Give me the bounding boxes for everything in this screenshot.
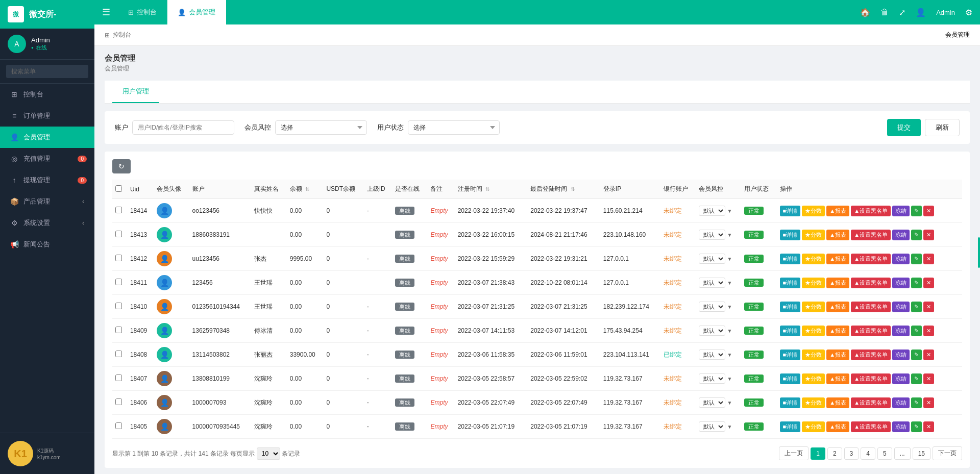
sidebar-item-recharge[interactable]: ◎ 充值管理 0 xyxy=(0,148,94,169)
page-2-button[interactable]: 2 xyxy=(827,447,842,460)
risk-dropdown[interactable]: 默认 xyxy=(699,278,725,288)
prev-page-button[interactable]: 上一页 xyxy=(779,446,808,460)
trash-icon[interactable]: 🗑 xyxy=(880,8,889,17)
risk-select[interactable]: 选择 xyxy=(275,120,367,135)
risk-dropdown[interactable]: 默认 xyxy=(699,326,725,336)
row-checkbox[interactable] xyxy=(115,422,122,429)
edit-button[interactable]: ✎ xyxy=(911,326,922,336)
score-button[interactable]: ★分数 xyxy=(802,302,825,312)
reset-button[interactable]: 刷新 xyxy=(925,119,960,136)
detail-button[interactable]: ■详情 xyxy=(780,302,801,312)
edit-button[interactable]: ✎ xyxy=(911,350,922,360)
risk-dropdown[interactable]: 默认 xyxy=(699,302,725,312)
report-button[interactable]: ▲报表 xyxy=(826,326,849,336)
search-input[interactable] xyxy=(6,65,88,78)
delete-button[interactable]: ✕ xyxy=(923,421,934,432)
score-button[interactable]: ★分数 xyxy=(802,206,825,216)
delete-button[interactable]: ✕ xyxy=(923,326,934,336)
score-button[interactable]: ★分数 xyxy=(802,350,825,360)
freeze-button[interactable]: 冻结 xyxy=(892,254,910,264)
next-page-button[interactable]: 下一页 xyxy=(933,446,962,460)
sidebar-item-dashboard[interactable]: ⊞ 控制台 xyxy=(0,84,94,105)
page-5-button[interactable]: 5 xyxy=(877,447,892,460)
blacklist-button[interactable]: ▲设置黑名单 xyxy=(851,278,891,288)
blacklist-button[interactable]: ▲设置黑名单 xyxy=(851,206,891,216)
user-icon[interactable]: 👤 xyxy=(916,8,926,17)
page-4-button[interactable]: 4 xyxy=(861,447,875,460)
row-checkbox[interactable] xyxy=(115,351,122,357)
detail-button[interactable]: ■详情 xyxy=(780,206,801,216)
blacklist-button[interactable]: ▲设置黑名单 xyxy=(851,350,891,360)
sidebar-item-orders[interactable]: ≡ 订单管理 xyxy=(0,105,94,127)
sidebar-item-news[interactable]: 📢 新闻公告 xyxy=(0,234,94,255)
sidebar-search[interactable] xyxy=(0,60,94,84)
refresh-button[interactable]: ↻ xyxy=(112,159,131,173)
select-all-checkbox[interactable] xyxy=(115,185,122,192)
sidebar-item-products[interactable]: 📦 产品管理 ‹ xyxy=(0,191,94,212)
page-15-button[interactable]: 15 xyxy=(913,447,930,460)
delete-button[interactable]: ✕ xyxy=(923,278,934,288)
row-checkbox[interactable] xyxy=(115,207,122,213)
blacklist-button[interactable]: ▲设置黑名单 xyxy=(851,373,891,384)
risk-dropdown[interactable]: 默认 xyxy=(699,421,725,432)
row-checkbox[interactable] xyxy=(115,255,122,261)
tab-members[interactable]: 👤 会员管理 xyxy=(167,0,226,24)
risk-dropdown[interactable]: 默认 xyxy=(699,373,725,384)
row-checkbox[interactable] xyxy=(115,375,122,381)
delete-button[interactable]: ✕ xyxy=(923,230,934,240)
detail-button[interactable]: ■详情 xyxy=(780,254,801,264)
detail-button[interactable]: ■详情 xyxy=(780,230,801,240)
score-button[interactable]: ★分数 xyxy=(802,254,825,264)
blacklist-button[interactable]: ▲设置黑名单 xyxy=(851,230,891,240)
edit-button[interactable]: ✎ xyxy=(911,278,922,288)
edit-button[interactable]: ✎ xyxy=(911,230,922,240)
tab-dashboard[interactable]: ⊞ 控制台 xyxy=(118,0,167,24)
score-button[interactable]: ★分数 xyxy=(802,230,825,240)
edit-button[interactable]: ✎ xyxy=(911,206,922,216)
freeze-button[interactable]: 冻结 xyxy=(892,373,910,384)
row-checkbox[interactable] xyxy=(115,398,122,405)
delete-button[interactable]: ✕ xyxy=(923,397,934,408)
detail-button[interactable]: ■详情 xyxy=(780,326,801,336)
score-button[interactable]: ★分数 xyxy=(802,373,825,384)
report-button[interactable]: ▲报表 xyxy=(826,421,849,432)
blacklist-button[interactable]: ▲设置黑名单 xyxy=(851,302,891,312)
gear-icon[interactable]: ⚙ xyxy=(965,8,972,17)
detail-button[interactable]: ■详情 xyxy=(780,397,801,408)
detail-button[interactable]: ■详情 xyxy=(780,350,801,360)
freeze-button[interactable]: 冻结 xyxy=(892,206,910,216)
sidebar-item-settings[interactable]: ⚙ 系统设置 ‹ xyxy=(0,212,94,234)
detail-button[interactable]: ■详情 xyxy=(780,421,801,432)
score-button[interactable]: ★分数 xyxy=(802,326,825,336)
detail-button[interactable]: ■详情 xyxy=(780,278,801,288)
report-button[interactable]: ▲报表 xyxy=(826,373,849,384)
fullscreen-icon[interactable]: ⤢ xyxy=(899,8,905,17)
row-checkbox[interactable] xyxy=(115,231,122,237)
report-button[interactable]: ▲报表 xyxy=(826,397,849,408)
delete-button[interactable]: ✕ xyxy=(923,206,934,216)
report-button[interactable]: ▲报表 xyxy=(826,230,849,240)
report-button[interactable]: ▲报表 xyxy=(826,206,849,216)
edit-button[interactable]: ✎ xyxy=(911,302,922,312)
delete-button[interactable]: ✕ xyxy=(923,302,934,312)
score-button[interactable]: ★分数 xyxy=(802,421,825,432)
freeze-button[interactable]: 冻结 xyxy=(892,326,910,336)
blacklist-button[interactable]: ▲设置黑名单 xyxy=(851,421,891,432)
sidebar-item-members[interactable]: 👤 会员管理 xyxy=(0,127,94,148)
blacklist-button[interactable]: ▲设置黑名单 xyxy=(851,326,891,336)
report-button[interactable]: ▲报表 xyxy=(826,254,849,264)
account-input[interactable] xyxy=(132,120,234,135)
page-size-select[interactable]: 10 20 50 xyxy=(257,447,280,460)
delete-button[interactable]: ✕ xyxy=(923,350,934,360)
freeze-button[interactable]: 冻结 xyxy=(892,421,910,432)
report-button[interactable]: ▲报表 xyxy=(826,302,849,312)
edit-button[interactable]: ✎ xyxy=(911,421,922,432)
risk-dropdown[interactable]: 默认 xyxy=(699,397,725,408)
freeze-button[interactable]: 冻结 xyxy=(892,302,910,312)
sidebar-item-withdraw[interactable]: ↑ 提现管理 0 xyxy=(0,169,94,191)
blacklist-button[interactable]: ▲设置黑名单 xyxy=(851,254,891,264)
risk-dropdown[interactable]: 默认 xyxy=(699,206,725,216)
edit-button[interactable]: ✎ xyxy=(911,254,922,264)
status-select[interactable]: 选择 xyxy=(408,120,500,135)
delete-button[interactable]: ✕ xyxy=(923,373,934,384)
